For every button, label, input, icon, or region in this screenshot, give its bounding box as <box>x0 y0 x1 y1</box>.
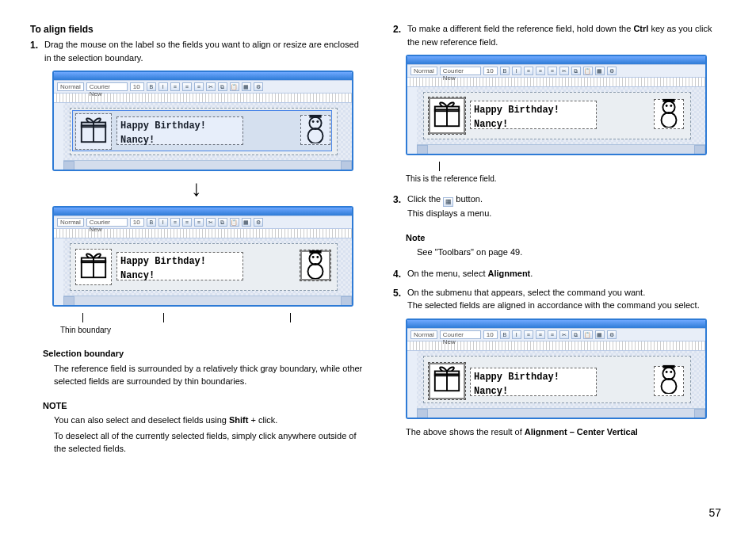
size-selector[interactable]: 10 <box>130 218 144 227</box>
svg-point-6 <box>316 120 319 123</box>
align-right-button[interactable]: ≡ <box>548 330 557 339</box>
callout-leaders <box>52 313 363 322</box>
bold-button[interactable]: B <box>500 330 510 339</box>
italic-button[interactable]: I <box>512 330 521 339</box>
svg-point-20 <box>662 113 677 128</box>
align-left-button[interactable]: ≡ <box>170 218 180 227</box>
props-button[interactable]: ⚙ <box>607 67 617 75</box>
font-selector[interactable]: Courier New <box>86 82 128 91</box>
step-number: 1. <box>30 38 41 64</box>
gift-field[interactable] <box>75 113 112 150</box>
text-field[interactable]: Happy Birthday! Nancy! <box>116 116 243 145</box>
align-center-button[interactable]: ≡ <box>536 330 545 339</box>
arrow-down-icon: ↓ <box>30 177 363 200</box>
italic-button[interactable]: I <box>158 218 168 227</box>
result-caption: The above shows the result of Alignment … <box>406 425 726 439</box>
style-selector[interactable]: Normal <box>57 82 84 91</box>
cut-button[interactable]: ✂ <box>206 82 216 91</box>
gift-field-reference[interactable] <box>429 363 465 399</box>
svg-rect-31 <box>662 365 674 368</box>
paste-button[interactable]: 📋 <box>583 330 593 339</box>
paste-button[interactable]: 📋 <box>583 67 593 75</box>
layout-button[interactable]: ▦ <box>242 82 251 91</box>
font-selector[interactable]: Courier New <box>440 67 481 75</box>
bold-button[interactable]: B <box>147 218 156 227</box>
align-center-button[interactable]: ≡ <box>536 67 545 75</box>
svg-point-4 <box>308 128 323 143</box>
layout-button[interactable]: ▦ <box>595 67 605 75</box>
window-titlebar <box>54 72 352 80</box>
step-body: Drag the mouse on the label so the field… <box>44 38 363 64</box>
font-selector[interactable]: Courier New <box>86 218 128 227</box>
snowman-icon <box>654 364 684 398</box>
page-number: 57 <box>708 505 721 521</box>
align-left-button[interactable]: ≡ <box>524 330 533 339</box>
copy-button[interactable]: ⧉ <box>571 330 581 339</box>
svg-rect-15 <box>309 250 321 254</box>
copy-button[interactable]: ⧉ <box>571 67 581 75</box>
svg-rect-23 <box>662 99 674 102</box>
align-right-button[interactable]: ≡ <box>548 67 557 75</box>
scrollbar-horizontal[interactable] <box>417 408 705 418</box>
style-selector[interactable]: Normal <box>410 330 437 339</box>
scrollbar-horizontal[interactable] <box>417 144 705 154</box>
note-heading: Note <box>406 231 726 245</box>
snowman-field-reference[interactable] <box>300 250 330 280</box>
font-selector[interactable]: Courier New <box>440 330 481 339</box>
snowman-field[interactable] <box>654 99 684 129</box>
gift-field-reference[interactable] <box>429 97 465 134</box>
text-field[interactable]: Happy Birthday! Nancy! <box>470 101 597 129</box>
layout-button[interactable]: ▦ <box>595 330 605 339</box>
align-center-button[interactable]: ≡ <box>182 218 192 227</box>
align-right-button[interactable]: ≡ <box>194 82 204 91</box>
gift-icon <box>432 364 462 398</box>
text-field[interactable]: Happy Birthday! Nancy! <box>470 368 597 396</box>
props-button[interactable]: ⚙ <box>254 218 263 227</box>
screenshot-editor-2: Normal Courier New 10 B I ≡ ≡ ≡ ✂ ⧉ 📋 ▦ … <box>52 206 363 307</box>
style-selector[interactable]: Normal <box>410 67 437 75</box>
paste-button[interactable]: 📋 <box>230 82 239 91</box>
scrollbar-horizontal[interactable] <box>63 296 352 305</box>
size-selector[interactable]: 10 <box>483 330 498 339</box>
gift-field[interactable] <box>75 249 112 285</box>
note-line-2: To deselect all of the currently selecte… <box>54 429 363 456</box>
copy-button[interactable]: ⧉ <box>218 82 227 91</box>
style-selector[interactable]: Normal <box>57 218 84 227</box>
selection-boundary-heading: Selection boundary <box>43 347 363 360</box>
text-field[interactable]: Happy Birthday! Nancy! <box>116 252 243 280</box>
callout-thin-boundary: Thin boundary <box>60 324 363 336</box>
reference-field-caption: This is the reference field. <box>406 173 726 185</box>
svg-point-27 <box>662 368 674 380</box>
cut-button[interactable]: ✂ <box>559 67 569 75</box>
align-center-button[interactable]: ≡ <box>182 82 192 91</box>
align-right-button[interactable]: ≡ <box>194 218 204 227</box>
scrollbar-horizontal[interactable] <box>63 160 352 170</box>
snowman-field[interactable] <box>654 366 684 396</box>
svg-point-19 <box>662 101 674 113</box>
align-left-button[interactable]: ≡ <box>524 67 533 75</box>
props-button[interactable]: ⚙ <box>607 330 617 339</box>
bold-button[interactable]: B <box>147 82 156 91</box>
paste-button[interactable]: 📋 <box>230 218 239 227</box>
svg-point-21 <box>666 105 668 107</box>
screenshot-editor-1: Normal Courier New 10 B I ≡ ≡ ≡ ✂ ⧉ 📋 ▦ … <box>52 71 363 171</box>
svg-point-14 <box>316 256 319 258</box>
align-left-button[interactable]: ≡ <box>170 82 180 91</box>
snowman-field[interactable] <box>300 115 330 145</box>
layout-button-icon: ▦ <box>443 197 453 207</box>
props-button[interactable]: ⚙ <box>254 82 263 91</box>
step-number: 2. <box>393 22 404 48</box>
window-titlebar <box>407 320 705 328</box>
bold-button[interactable]: B <box>500 67 510 75</box>
size-selector[interactable]: 10 <box>483 67 498 75</box>
copy-button[interactable]: ⧉ <box>218 218 227 227</box>
italic-button[interactable]: I <box>158 82 168 91</box>
size-selector[interactable]: 10 <box>130 82 144 91</box>
italic-button[interactable]: I <box>512 67 521 75</box>
step-5: 5. On the submenu that appears, select t… <box>393 286 726 312</box>
svg-point-11 <box>309 253 321 265</box>
layout-button[interactable]: ▦ <box>242 218 251 227</box>
cut-button[interactable]: ✂ <box>559 330 569 339</box>
svg-point-29 <box>666 371 668 373</box>
cut-button[interactable]: ✂ <box>206 218 216 227</box>
